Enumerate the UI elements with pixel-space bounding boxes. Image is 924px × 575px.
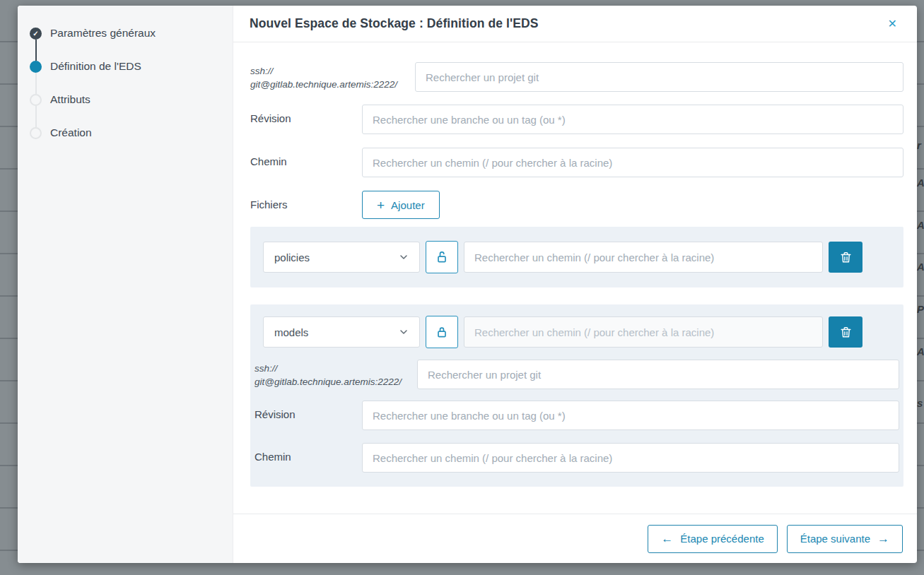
background-table-text: A: [917, 219, 924, 231]
trash-icon: [839, 326, 853, 339]
file-type-select[interactable]: models: [263, 316, 420, 348]
delete-file-button[interactable]: [829, 242, 862, 273]
step-label: Définition de l'EDS: [50, 60, 141, 73]
arrow-left-icon: ←: [661, 533, 673, 545]
wizard-stepper: ✓ Paramètres généraux Définition de l'ED…: [18, 6, 233, 563]
file-path-search-input[interactable]: [464, 242, 823, 273]
ssh-prefix-label: ssh:// git@gitlab.technique.artemis:2222…: [255, 360, 417, 389]
background-table-text: r: [917, 139, 924, 151]
revision-label: Révision: [250, 105, 362, 124]
plus-icon: +: [377, 198, 385, 212]
step-creation[interactable]: Création: [30, 126, 233, 160]
next-step-button[interactable]: Étape suivante →: [787, 525, 903, 553]
path-search-input[interactable]: [362, 148, 903, 177]
step-pending-dot-icon: [30, 127, 42, 139]
background-table-text: A: [917, 177, 924, 189]
modal-header: Nouvel Espace de Stockage : Définition d…: [233, 6, 917, 42]
trash-icon: [839, 251, 853, 264]
file-chemin-row: Chemin: [255, 443, 899, 473]
file-path-search-input[interactable]: [464, 316, 823, 348]
file-revision-search-input[interactable]: [362, 401, 899, 430]
ssh-prefix-label: ssh:// git@gitlab.technique.artemis:2222…: [250, 62, 415, 92]
file-entry-panel-models: models: [250, 304, 903, 487]
modal-title: Nouvel Espace de Stockage : Définition d…: [250, 16, 539, 31]
lock-icon: [435, 325, 449, 339]
step-definition-eds[interactable]: Définition de l'EDS: [30, 60, 233, 93]
background-table-text: A: [917, 261, 924, 273]
step-label: Attributs: [50, 93, 90, 106]
eds-definition-form: ssh:// git@gitlab.technique.artemis:2222…: [233, 42, 917, 514]
step-active-dot-icon: [30, 61, 42, 73]
files-label: Fichiers: [250, 191, 362, 211]
close-icon[interactable]: ✕: [885, 16, 900, 32]
revision-label: Révision: [255, 401, 362, 420]
arrow-right-icon: →: [877, 533, 889, 545]
delete-file-button[interactable]: [829, 316, 862, 348]
files-row: Fichiers + Ajouter: [250, 191, 903, 219]
step-pending-dot-icon: [30, 94, 42, 106]
git-project-search-input[interactable]: [415, 62, 903, 92]
chevron-down-icon: [398, 251, 409, 263]
file-git-project-row: ssh:// git@gitlab.technique.artemis:2222…: [255, 360, 899, 389]
previous-step-button[interactable]: ← Étape précédente: [648, 525, 777, 553]
path-row: Chemin: [250, 148, 903, 177]
background-table-text: P: [917, 303, 924, 315]
file-type-select[interactable]: policies: [263, 242, 420, 273]
git-project-row: ssh:// git@gitlab.technique.artemis:2222…: [250, 62, 903, 92]
background-table-text: s: [917, 397, 924, 409]
lock-toggle-button[interactable]: [426, 241, 458, 273]
path-label: Chemin: [255, 443, 362, 463]
background-table-text: A: [917, 345, 924, 357]
modal-content: Nouvel Espace de Stockage : Définition d…: [233, 6, 917, 563]
lock-toggle-button[interactable]: [426, 316, 458, 348]
chevron-down-icon: [398, 326, 409, 338]
file-chemin-search-input[interactable]: [362, 443, 899, 473]
file-row: models: [263, 316, 862, 348]
unlock-icon: [435, 250, 449, 264]
file-row: policies: [263, 241, 862, 273]
new-storage-space-modal: ✓ Paramètres généraux Définition de l'ED…: [18, 6, 917, 563]
file-revision-row: Révision: [255, 401, 899, 430]
path-label: Chemin: [250, 148, 362, 167]
file-git-project-search-input[interactable]: [417, 360, 899, 389]
add-file-button[interactable]: + Ajouter: [362, 191, 440, 219]
file-entry-panel-policies: policies: [250, 227, 903, 288]
revision-row: Révision: [250, 105, 903, 134]
step-parametres-generaux[interactable]: ✓ Paramètres généraux: [30, 27, 233, 60]
revision-search-input[interactable]: [362, 105, 903, 134]
step-attributs[interactable]: Attributs: [30, 93, 233, 126]
step-completed-check-icon: ✓: [30, 28, 42, 40]
step-label: Création: [50, 126, 92, 139]
wizard-footer: ← Étape précédente Étape suivante →: [233, 514, 917, 563]
step-label: Paramètres généraux: [50, 27, 156, 40]
